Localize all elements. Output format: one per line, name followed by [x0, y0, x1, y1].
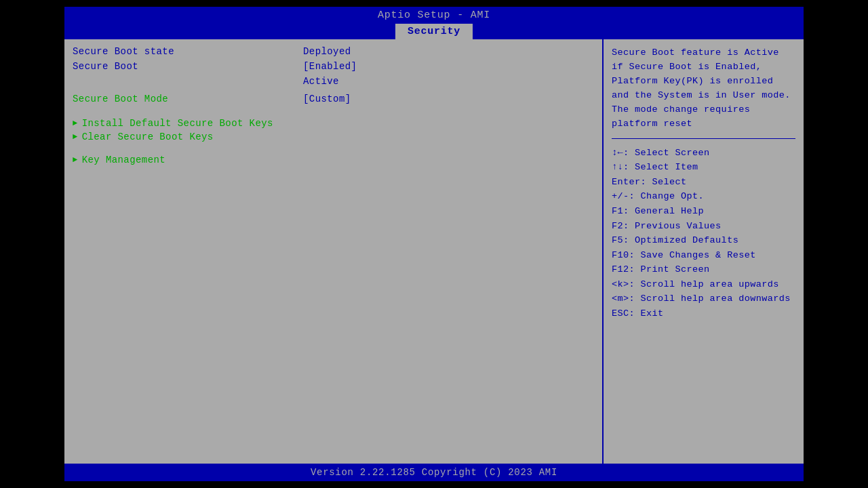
secure-boot-value: [Enabled]: [303, 61, 357, 72]
key-hint-f12: F12: Print Screen: [612, 262, 795, 277]
clear-secure-boot-keys-label: Clear Secure Boot Keys: [82, 131, 214, 142]
right-panel: Secure Boot feature is Active if Secure …: [604, 39, 804, 464]
bios-setup-window: Aptio Setup - AMI Security Secure Boot s…: [64, 7, 804, 481]
key-hint-esc: ESC: Exit: [612, 306, 795, 321]
secure-boot-mode-label: Secure Boot Mode: [73, 94, 303, 104]
key-hint-select-item: ↑↓: Select Item: [612, 160, 795, 175]
gap2: [73, 145, 594, 155]
arrow-icon-1: ►: [73, 119, 78, 128]
secure-boot-active: Active: [303, 76, 594, 87]
key-management-label: Key Management: [82, 155, 166, 165]
key-hint-f2: F2: Previous Values: [612, 219, 795, 234]
key-hint-f10: F10: Save Changes & Reset: [612, 248, 795, 263]
secure-boot-mode-value: [Custom]: [303, 94, 351, 104]
key-hint-select-screen: ↕←: Select Screen: [612, 146, 795, 161]
key-hint-m: <m>: Scroll help area downwards: [612, 291, 795, 306]
left-panel: Secure Boot state Deployed Secure Boot […: [64, 39, 604, 464]
top-bar: Aptio Setup - AMI Security: [64, 7, 804, 39]
key-help: ↕←: Select Screen ↑↓: Select Item Enter:…: [612, 146, 795, 321]
arrow-icon-2: ►: [73, 132, 78, 142]
secure-boot-state-label: Secure Boot state: [73, 46, 303, 57]
active-tab[interactable]: Security: [395, 24, 473, 39]
install-default-keys-item[interactable]: ► Install Default Secure Boot Keys: [73, 118, 594, 129]
install-default-keys-label: Install Default Secure Boot Keys: [82, 118, 273, 129]
help-text: Secure Boot feature is Active if Secure …: [612, 46, 795, 131]
app-title: Aptio Setup - AMI: [378, 9, 490, 24]
divider: [612, 138, 795, 139]
secure-boot-mode-row[interactable]: Secure Boot Mode [Custom]: [73, 94, 594, 104]
secure-boot-enabled-row: Secure Boot [Enabled]: [73, 61, 594, 72]
clear-secure-boot-keys-item[interactable]: ► Clear Secure Boot Keys: [73, 131, 594, 142]
secure-boot-state-row: Secure Boot state Deployed: [73, 46, 594, 57]
main-content: Secure Boot state Deployed Secure Boot […: [64, 39, 804, 464]
tab-bar: Security: [395, 24, 473, 39]
key-management-item[interactable]: ► Key Management: [73, 155, 594, 165]
secure-boot-state-value: Deployed: [303, 46, 351, 57]
key-hint-k: <k>: Scroll help area upwards: [612, 277, 795, 292]
key-hint-f5: F5: Optimized Defaults: [612, 233, 795, 248]
key-hint-f1: F1: General Help: [612, 204, 795, 219]
footer: Version 2.22.1285 Copyright (C) 2023 AMI: [64, 464, 804, 481]
key-hint-enter: Enter: Select: [612, 175, 795, 190]
footer-text: Version 2.22.1285 Copyright (C) 2023 AMI: [311, 467, 557, 478]
arrow-icon-3: ►: [73, 155, 78, 165]
gap1: [73, 108, 594, 118]
key-hint-change: +/-: Change Opt.: [612, 189, 795, 204]
secure-boot-label: Secure Boot: [73, 61, 303, 72]
